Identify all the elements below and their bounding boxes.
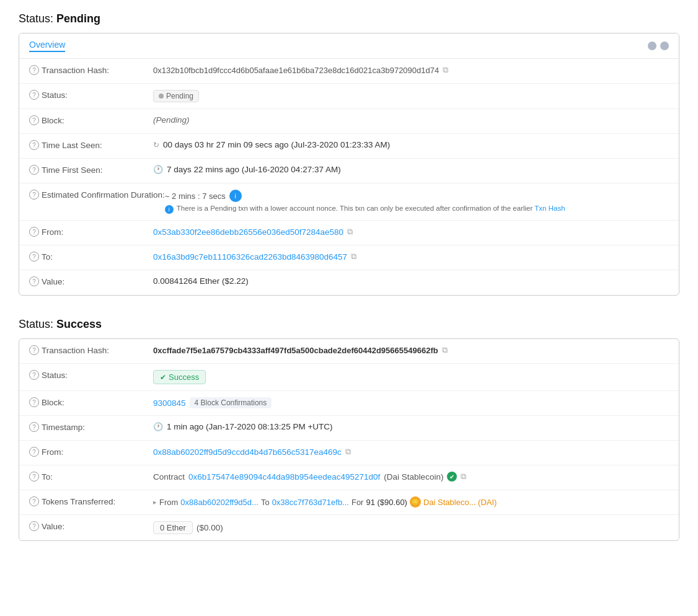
- warning-box: i There is a Pending txn with a lower ac…: [165, 205, 565, 214]
- time-first-help-icon[interactable]: ?: [29, 165, 39, 175]
- success-card: ? Transaction Hash: 0xcffade7f5e1a67579c…: [19, 338, 679, 541]
- success-tokens-value: ▸ From 0x88ab60202ff9d5d... To 0x38cc7f7…: [153, 496, 669, 508]
- pending-card: Overview ? Transaction Hash: 0x132b10fbc…: [19, 33, 679, 296]
- success-to-row: ? To: Contract 0x6b175474e89094c44da98b9…: [19, 465, 679, 490]
- success-timestamp-help-icon[interactable]: ?: [29, 422, 39, 432]
- success-status-row: ? Status: Success: [19, 364, 679, 391]
- tx-hash-help-icon[interactable]: ?: [29, 65, 39, 75]
- success-block-label: ? Block:: [29, 397, 153, 407]
- success-from-copy-icon[interactable]: ⧉: [345, 447, 351, 457]
- block-confirmations-badge: 4 Block Confirmations: [190, 397, 272, 408]
- success-tokens-help-icon[interactable]: ?: [29, 496, 39, 506]
- token-transfer-arrow: ▸: [153, 498, 157, 506]
- success-tokens-label: ? Tokens Transferred:: [29, 496, 153, 506]
- success-to-help-icon[interactable]: ?: [29, 472, 39, 482]
- pending-title-text: Status:: [19, 12, 53, 25]
- txn-hash-link[interactable]: Txn Hash: [534, 205, 565, 212]
- success-tx-hash-value: 0xcffade7f5e1a67579cb4333aff497fd5a500cb…: [153, 345, 669, 355]
- success-value-label: ? Value:: [29, 521, 153, 531]
- from-copy-icon[interactable]: ⧉: [347, 227, 353, 237]
- pending-block-row: ? Block: (Pending): [19, 109, 679, 134]
- overview-tab[interactable]: Overview: [29, 40, 65, 52]
- success-timestamp-label: ? Timestamp:: [29, 422, 153, 432]
- pending-from-value: 0x53ab330f2ee86debb26556e036ed50f7284ae5…: [153, 227, 669, 237]
- success-tx-hash-row: ? Transaction Hash: 0xcffade7f5e1a67579c…: [19, 339, 679, 364]
- pending-section-title: Status: Pending: [19, 12, 679, 25]
- pending-badge: Pending: [153, 90, 199, 102]
- success-value-help-icon[interactable]: ?: [29, 521, 39, 531]
- success-status-help-icon[interactable]: ?: [29, 370, 39, 380]
- pending-status-row: ? Status: Pending: [19, 84, 679, 109]
- pending-from-label: ? From:: [29, 227, 153, 237]
- verified-icon: ✔: [447, 472, 457, 482]
- success-to-link[interactable]: 0x6b175474e89094c44da98b954eedeac495271d…: [188, 472, 380, 482]
- token-from-link[interactable]: 0x88ab60202ff9d5d...: [180, 498, 258, 507]
- pending-time-first-seen-row: ? Time First Seen: 🕐 7 days 22 mins ago …: [19, 159, 679, 183]
- to-copy-icon[interactable]: ⧉: [351, 252, 356, 262]
- spinner-icon: ↻: [153, 141, 159, 149]
- success-tx-hash-label: ? Transaction Hash:: [29, 345, 153, 355]
- pending-status-value: Pending: [153, 90, 669, 102]
- value-help-icon[interactable]: ?: [29, 276, 39, 286]
- success-tx-hash-help-icon[interactable]: ?: [29, 345, 39, 355]
- token-transfer-detail: ▸ From 0x88ab60202ff9d5d... To 0x38cc7f7…: [153, 496, 497, 508]
- pending-time-first-seen-label: ? Time First Seen:: [29, 165, 153, 175]
- dai-token-icon: 🪙: [410, 496, 421, 508]
- info-badge[interactable]: i: [229, 190, 242, 202]
- success-timestamp-row: ? Timestamp: 🕐 1 min ago (Jan-17-2020 08…: [19, 416, 679, 441]
- status-help-icon[interactable]: ?: [29, 90, 39, 100]
- ether-value-box: 0 Ether: [153, 521, 193, 534]
- pending-time-last-seen-row: ? Time Last Seen: ↻ 00 days 03 hr 27 min…: [19, 134, 679, 159]
- success-tx-hash-copy-icon[interactable]: ⧉: [442, 345, 448, 355]
- success-title-text: Status:: [19, 318, 53, 330]
- pending-value-value: 0.00841264 Ether ($2.22): [153, 276, 669, 286]
- pending-tab-bar: Overview: [19, 33, 679, 59]
- success-status-label: ? Status:: [29, 370, 153, 380]
- success-from-help-icon[interactable]: ?: [29, 447, 39, 457]
- dai-token-link[interactable]: Dai Stableco... (DAI): [423, 498, 497, 507]
- pending-to-row: ? To: 0x16a3bd9c7eb11106326cad2263bd8463…: [19, 245, 679, 270]
- to-help-icon[interactable]: ?: [29, 252, 39, 262]
- block-help-icon[interactable]: ?: [29, 115, 39, 125]
- pending-from-link[interactable]: 0x53ab330f2ee86debb26556e036ed50f7284ae5…: [153, 227, 343, 237]
- pending-status-label: ? Status:: [29, 90, 153, 100]
- pending-title-bold: Pending: [56, 12, 100, 25]
- est-confirm-help-icon[interactable]: ?: [29, 190, 39, 200]
- success-title-bold: Success: [56, 318, 102, 330]
- pending-est-confirm-row: ? Estimated Confirmation Duration: ~ 2 m…: [19, 183, 679, 221]
- pending-value-label: ? Value:: [29, 276, 153, 286]
- success-block-help-icon[interactable]: ?: [29, 397, 39, 407]
- token-to-link[interactable]: 0x38cc7f763d71efb...: [272, 498, 349, 507]
- tab-dots: [648, 42, 669, 50]
- pending-to-value: 0x16a3bd9c7eb11106326cad2263bd8463980d64…: [153, 252, 669, 262]
- tx-hash-copy-icon[interactable]: ⧉: [443, 65, 448, 75]
- success-block-row: ? Block: 9300845 4 Block Confirmations: [19, 391, 679, 416]
- success-to-value: Contract 0x6b175474e89094c44da98b954eede…: [153, 472, 669, 482]
- estimate-container: ~ 2 mins : 7 secs i i There is a Pending…: [165, 190, 565, 214]
- success-to-label: ? To:: [29, 472, 153, 482]
- clock-icon: 🕐: [153, 165, 163, 174]
- success-clock-icon: 🕐: [153, 422, 163, 431]
- success-value-value: 0 Ether ($0.00): [153, 521, 669, 534]
- pending-to-link[interactable]: 0x16a3bd9c7eb11106326cad2263bd8463980d64…: [153, 252, 347, 262]
- success-block-value: 9300845 4 Block Confirmations: [153, 397, 669, 408]
- pending-tx-hash-value: 0x132b10fbcb1d9fccc4d6b05afaae1e61b6ba72…: [153, 65, 669, 75]
- success-value-row: ? Value: 0 Ether ($0.00): [19, 515, 679, 540]
- pending-tx-hash-row: ? Transaction Hash: 0x132b10fbcb1d9fccc4…: [19, 59, 679, 84]
- tab-dot-1: [648, 42, 656, 50]
- success-tokens-transferred-row: ? Tokens Transferred: ▸ From 0x88ab60202…: [19, 490, 679, 515]
- block-number-link[interactable]: 9300845: [153, 398, 186, 408]
- pending-time-first-seen-value: 🕐 7 days 22 mins ago (Jul-16-2020 04:27:…: [153, 165, 669, 174]
- pending-est-confirm-label: ? Estimated Confirmation Duration:: [29, 190, 165, 200]
- success-to-copy-icon[interactable]: ⧉: [461, 472, 466, 482]
- pending-from-row: ? From: 0x53ab330f2ee86debb26556e036ed50…: [19, 221, 679, 245]
- pending-block-value: (Pending): [153, 115, 669, 125]
- success-from-value: 0x88ab60202ff9d5d9ccdd4b4d7b656c5317ea46…: [153, 447, 669, 457]
- success-from-row: ? From: 0x88ab60202ff9d5d9ccdd4b4d7b656c…: [19, 441, 679, 465]
- time-last-help-icon[interactable]: ?: [29, 140, 39, 150]
- success-from-label: ? From:: [29, 447, 153, 457]
- success-from-link[interactable]: 0x88ab60202ff9d5d9ccdd4b4d7b656c5317ea46…: [153, 447, 342, 457]
- from-help-icon[interactable]: ?: [29, 227, 39, 237]
- info-dot-icon: i: [165, 205, 174, 214]
- success-section-title: Status: Success: [19, 318, 679, 331]
